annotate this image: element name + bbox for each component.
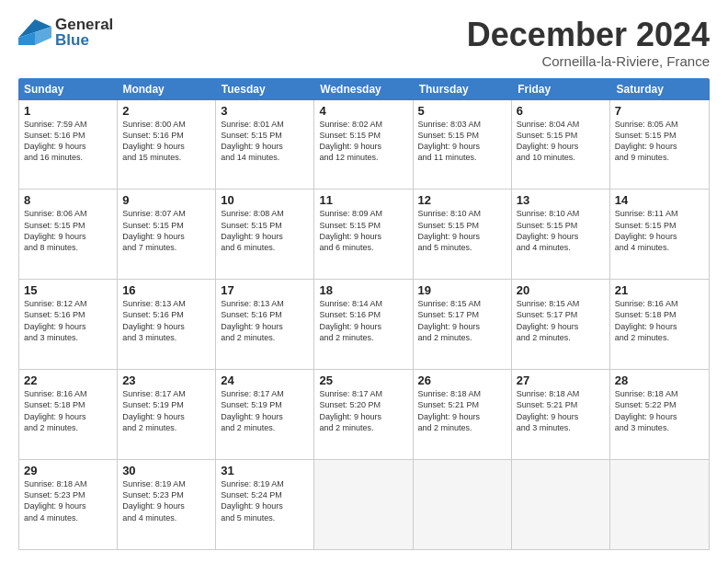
cell-info: Sunrise: 8:06 AM Sunset: 5:15 PM Dayligh… [24,208,112,253]
calendar-cell-r2c0: 15Sunrise: 8:12 AM Sunset: 5:16 PM Dayli… [19,280,118,369]
day-number: 7 [615,104,704,118]
calendar-header: Sunday Monday Tuesday Wednesday Thursday… [18,78,710,100]
cell-info: Sunrise: 8:08 AM Sunset: 5:15 PM Dayligh… [221,208,309,253]
weekday-friday: Friday [512,78,610,100]
cell-info: Sunrise: 8:13 AM Sunset: 5:16 PM Dayligh… [122,298,210,343]
calendar-row-2: 15Sunrise: 8:12 AM Sunset: 5:16 PM Dayli… [19,280,709,370]
weekday-sunday: Sunday [18,78,117,100]
calendar-cell-r2c1: 16Sunrise: 8:13 AM Sunset: 5:16 PM Dayli… [118,280,216,369]
cell-info: Sunrise: 8:17 AM Sunset: 5:19 PM Dayligh… [122,388,210,433]
calendar-cell-r1c3: 11Sunrise: 8:09 AM Sunset: 5:15 PM Dayli… [314,190,413,279]
page: General Blue December 2024 Corneilla-la-… [0,0,728,563]
day-number: 30 [122,464,210,477]
calendar-cell-r3c5: 27Sunrise: 8:18 AM Sunset: 5:21 PM Dayli… [512,370,610,459]
cell-info: Sunrise: 8:09 AM Sunset: 5:15 PM Dayligh… [319,208,407,253]
cell-info: Sunrise: 8:04 AM Sunset: 5:15 PM Dayligh… [517,119,605,164]
calendar-cell-r2c3: 18Sunrise: 8:14 AM Sunset: 5:16 PM Dayli… [314,280,413,369]
day-number: 21 [615,283,704,297]
calendar-cell-r4c0: 29Sunrise: 8:18 AM Sunset: 5:23 PM Dayli… [19,460,118,549]
cell-info: Sunrise: 8:02 AM Sunset: 5:15 PM Dayligh… [319,119,407,164]
day-number: 25 [319,373,407,387]
cell-info: Sunrise: 8:13 AM Sunset: 5:16 PM Dayligh… [221,298,309,343]
day-number: 5 [418,104,506,118]
weekday-monday: Monday [117,78,215,100]
day-number: 20 [517,283,605,297]
cell-info: Sunrise: 8:18 AM Sunset: 5:21 PM Dayligh… [418,388,506,433]
day-number: 9 [122,193,210,207]
day-number: 16 [122,283,210,297]
calendar-cell-r1c5: 13Sunrise: 8:10 AM Sunset: 5:15 PM Dayli… [512,190,610,279]
day-number: 29 [24,464,112,477]
logo: General Blue [18,17,113,48]
calendar-cell-r0c6: 7Sunrise: 8:05 AM Sunset: 5:15 PM Daylig… [610,100,709,190]
logo-text: General Blue [55,17,113,48]
location-text: Corneilla-la-Riviere, France [467,53,710,69]
day-number: 1 [24,104,112,118]
cell-info: Sunrise: 8:16 AM Sunset: 5:18 PM Dayligh… [615,298,704,343]
cell-info: Sunrise: 8:01 AM Sunset: 5:15 PM Dayligh… [221,119,309,164]
day-number: 13 [517,193,605,207]
cell-info: Sunrise: 7:59 AM Sunset: 5:16 PM Dayligh… [24,119,112,164]
calendar-cell-r1c1: 9Sunrise: 8:07 AM Sunset: 5:15 PM Daylig… [118,190,216,279]
day-number: 22 [24,373,112,387]
day-number: 8 [24,193,112,207]
calendar-cell-r4c4 [414,460,512,549]
calendar-cell-r3c6: 28Sunrise: 8:18 AM Sunset: 5:22 PM Dayli… [610,370,709,459]
cell-info: Sunrise: 8:05 AM Sunset: 5:15 PM Dayligh… [615,119,704,164]
logo-general-text: General [55,17,113,32]
cell-info: Sunrise: 8:17 AM Sunset: 5:19 PM Dayligh… [221,388,309,433]
day-number: 18 [319,283,407,297]
cell-info: Sunrise: 8:10 AM Sunset: 5:15 PM Dayligh… [517,208,605,253]
calendar-cell-r2c6: 21Sunrise: 8:16 AM Sunset: 5:18 PM Dayli… [610,280,709,369]
calendar-row-1: 8Sunrise: 8:06 AM Sunset: 5:15 PM Daylig… [19,190,709,280]
cell-info: Sunrise: 8:19 AM Sunset: 5:24 PM Dayligh… [221,478,309,523]
cell-info: Sunrise: 8:18 AM Sunset: 5:23 PM Dayligh… [24,478,112,523]
calendar-cell-r0c3: 4Sunrise: 8:02 AM Sunset: 5:15 PM Daylig… [314,100,413,190]
calendar-cell-r0c4: 5Sunrise: 8:03 AM Sunset: 5:15 PM Daylig… [414,100,512,190]
calendar-cell-r0c2: 3Sunrise: 8:01 AM Sunset: 5:15 PM Daylig… [216,100,314,190]
day-number: 10 [221,193,309,207]
calendar-cell-r1c4: 12Sunrise: 8:10 AM Sunset: 5:15 PM Dayli… [414,190,512,279]
cell-info: Sunrise: 8:03 AM Sunset: 5:15 PM Dayligh… [418,119,506,164]
calendar: Sunday Monday Tuesday Wednesday Thursday… [18,78,710,550]
day-number: 28 [615,373,704,387]
day-number: 6 [517,104,605,118]
day-number: 15 [24,283,112,297]
calendar-cell-r4c2: 31Sunrise: 8:19 AM Sunset: 5:24 PM Dayli… [216,460,314,549]
day-number: 17 [221,283,309,297]
calendar-row-0: 1Sunrise: 7:59 AM Sunset: 5:16 PM Daylig… [19,100,709,190]
calendar-cell-r3c4: 26Sunrise: 8:18 AM Sunset: 5:21 PM Dayli… [414,370,512,459]
logo-blue-text: Blue [55,32,113,48]
cell-info: Sunrise: 8:00 AM Sunset: 5:16 PM Dayligh… [122,119,210,164]
calendar-cell-r4c5 [512,460,610,549]
calendar-cell-r2c2: 17Sunrise: 8:13 AM Sunset: 5:16 PM Dayli… [216,280,314,369]
calendar-cell-r4c1: 30Sunrise: 8:19 AM Sunset: 5:23 PM Dayli… [118,460,216,549]
calendar-cell-r3c1: 23Sunrise: 8:17 AM Sunset: 5:19 PM Dayli… [118,370,216,459]
day-number: 24 [221,373,309,387]
calendar-cell-r4c3 [314,460,413,549]
day-number: 27 [517,373,605,387]
calendar-cell-r3c0: 22Sunrise: 8:16 AM Sunset: 5:18 PM Dayli… [19,370,118,459]
calendar-cell-r3c2: 24Sunrise: 8:17 AM Sunset: 5:19 PM Dayli… [216,370,314,459]
cell-info: Sunrise: 8:18 AM Sunset: 5:21 PM Dayligh… [517,388,605,433]
calendar-cell-r3c3: 25Sunrise: 8:17 AM Sunset: 5:20 PM Dayli… [314,370,413,459]
cell-info: Sunrise: 8:18 AM Sunset: 5:22 PM Dayligh… [615,388,704,433]
weekday-saturday: Saturday [611,78,710,100]
calendar-body: 1Sunrise: 7:59 AM Sunset: 5:16 PM Daylig… [18,100,710,550]
month-title: December 2024 [467,17,710,53]
day-number: 4 [319,104,407,118]
cell-info: Sunrise: 8:12 AM Sunset: 5:16 PM Dayligh… [24,298,112,343]
cell-info: Sunrise: 8:14 AM Sunset: 5:16 PM Dayligh… [319,298,407,343]
day-number: 19 [418,283,506,297]
title-block: December 2024 Corneilla-la-Riviere, Fran… [467,17,710,69]
weekday-wednesday: Wednesday [314,78,413,100]
cell-info: Sunrise: 8:07 AM Sunset: 5:15 PM Dayligh… [122,208,210,253]
calendar-cell-r2c5: 20Sunrise: 8:15 AM Sunset: 5:17 PM Dayli… [512,280,610,369]
cell-info: Sunrise: 8:16 AM Sunset: 5:18 PM Dayligh… [24,388,112,433]
day-number: 14 [615,193,704,207]
day-number: 12 [418,193,506,207]
cell-info: Sunrise: 8:17 AM Sunset: 5:20 PM Dayligh… [319,388,407,433]
logo-bird-icon [18,19,51,45]
calendar-cell-r0c1: 2Sunrise: 8:00 AM Sunset: 5:16 PM Daylig… [118,100,216,190]
calendar-cell-r1c6: 14Sunrise: 8:11 AM Sunset: 5:15 PM Dayli… [610,190,709,279]
